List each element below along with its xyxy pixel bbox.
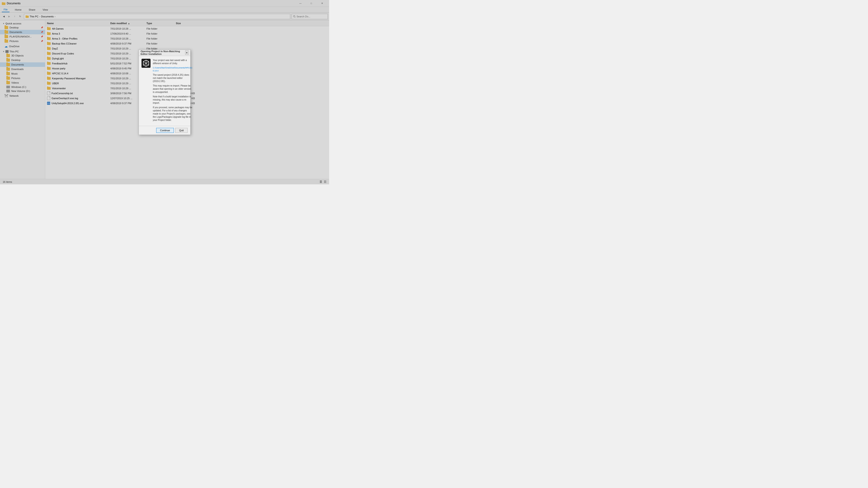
- dialog-text-content: Your project was last saved with a diffe…: [153, 59, 193, 123]
- dialog-line3: This may require re-import. Please be aw…: [153, 84, 193, 94]
- dialog-path: C:/Users/0tar/OneDrive/Documents/HPCSC 0…: [153, 66, 193, 72]
- dialog-close-button[interactable]: ✕: [185, 51, 188, 55]
- dialog-footer: Continue Quit: [139, 126, 190, 135]
- dialog-title: Opening Project in Non-Matching Editor I…: [141, 50, 185, 55]
- dialog-body: Your project was last saved with a diffe…: [139, 56, 190, 126]
- dialog-line4: Note that if a build target installation…: [153, 95, 193, 105]
- dialog-line1: Your project was last saved with a diffe…: [153, 59, 193, 65]
- quit-button[interactable]: Quit: [175, 128, 188, 133]
- dialog-title-bar: Opening Project in Non-Matching Editor I…: [139, 50, 190, 56]
- continue-button[interactable]: Continue: [156, 128, 174, 133]
- unity-logo: [142, 59, 151, 68]
- dialog-overlay: Opening Project in Non-Matching Editor I…: [0, 0, 329, 184]
- unity-dialog: Opening Project in Non-Matching Editor I…: [138, 50, 191, 135]
- dialog-line5: If you proceed, some packages may be upd…: [153, 106, 193, 122]
- dialog-line2: The saved project (2018.4.2f1) does not …: [153, 73, 193, 83]
